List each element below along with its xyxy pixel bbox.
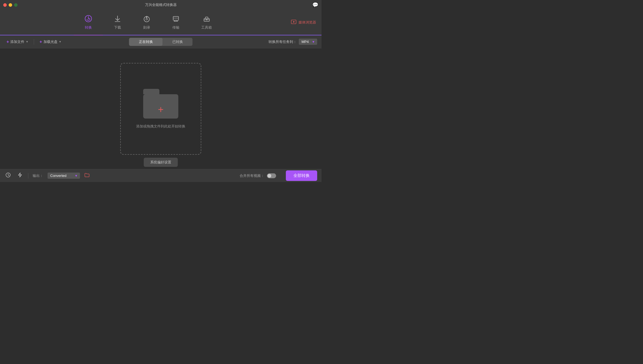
tab-converting[interactable]: 正在转换	[129, 38, 163, 46]
minimize-button[interactable]	[9, 3, 12, 7]
svg-marker-14	[293, 21, 295, 23]
main-area: + 添加或拖拽文件到此处开始转换	[0, 48, 322, 169]
output-label: 输出：	[33, 173, 43, 178]
toolbox-nav-label: 工具箱	[201, 25, 212, 30]
traffic-lights	[0, 3, 18, 7]
output-select-wrapper: Converted ▼	[48, 173, 80, 179]
add-disc-dropdown-arrow[interactable]: ▼	[59, 40, 62, 43]
toggle-knob	[267, 174, 271, 178]
convert-nav-icon	[85, 15, 92, 23]
nav-items: 转换 下载 刻录	[5, 13, 291, 32]
svg-rect-12	[206, 19, 207, 20]
tab-switcher: 正在转换 已转换	[129, 38, 193, 46]
svg-rect-4	[146, 16, 147, 18]
media-browser-button[interactable]: 媒体浏览器	[291, 20, 316, 25]
toolbox-nav-icon	[203, 15, 210, 23]
folder-body: +	[143, 94, 178, 119]
navbar: 转换 下载 刻录	[0, 10, 322, 35]
folder-icon: +	[143, 89, 178, 119]
merge-toggle[interactable]	[267, 173, 276, 178]
add-disc-button[interactable]: + 加载光盘 ▼	[37, 38, 63, 45]
open-folder-icon[interactable]	[84, 173, 90, 179]
download-nav-label: 下载	[114, 25, 121, 30]
merge-label: 合并所有视频：	[240, 173, 264, 178]
svg-marker-16	[18, 173, 22, 177]
convert-all-button[interactable]: 全部转换	[286, 170, 317, 181]
nav-item-burn[interactable]: 刻录	[132, 13, 161, 32]
folder-tab	[143, 89, 159, 94]
format-select[interactable]: MP4 MOV AVI MKV	[299, 39, 317, 45]
nav-item-transfer[interactable]: 传输	[161, 13, 190, 32]
drop-hint-text: 添加或拖拽文件到此处开始转换	[136, 124, 185, 129]
merge-section: 合并所有视频：	[240, 173, 276, 178]
add-file-plus-icon: +	[6, 39, 9, 44]
toolbar-divider-1	[34, 39, 34, 45]
format-label: 转换所有任务到：	[269, 39, 297, 44]
chat-icon[interactable]: 💬	[312, 2, 318, 8]
folder-plus-icon: +	[158, 104, 163, 115]
convert-nav-label: 转换	[85, 25, 92, 30]
drop-zone[interactable]: + 添加或拖拽文件到此处开始转换	[120, 63, 201, 155]
download-nav-icon	[114, 15, 121, 23]
tab-converting-label: 正在转换	[139, 40, 153, 44]
transfer-nav-icon	[172, 15, 180, 23]
tab-converted[interactable]: 已转换	[163, 38, 193, 46]
burn-nav-icon	[143, 15, 150, 23]
svg-point-3	[146, 18, 148, 20]
add-file-dropdown-arrow[interactable]: ▼	[26, 40, 28, 43]
transfer-nav-label: 传输	[172, 25, 179, 30]
app-title: 万兴全能格式转换器	[145, 2, 177, 7]
add-file-label: 添加文件	[10, 39, 24, 44]
bottom-bar: 输出： Converted ▼ 合并所有视频： 全部转换	[0, 169, 322, 182]
nav-item-toolbox[interactable]: 工具箱	[190, 13, 223, 32]
add-file-button[interactable]: + 添加文件 ▼	[4, 38, 31, 45]
maximize-button	[14, 3, 18, 7]
format-select-wrapper: MP4 MOV AVI MKV ▼	[299, 39, 317, 45]
media-browser-label: 媒体浏览器	[299, 20, 316, 25]
nav-item-convert[interactable]: 转换	[74, 13, 103, 32]
nav-item-download[interactable]: 下载	[103, 13, 132, 32]
clock-icon[interactable]	[4, 171, 12, 180]
tab-converted-label: 已转换	[172, 40, 183, 44]
bottom-divider	[28, 173, 28, 178]
convert-all-label: 全部转换	[293, 173, 310, 178]
format-selector: 转换所有任务到： MP4 MOV AVI MKV ▼	[269, 39, 317, 45]
toolbar: + 添加文件 ▼ + 加载光盘 ▼ 正在转换 已转换 转换所有任务到： MP4 …	[0, 35, 322, 48]
output-select[interactable]: Converted	[48, 173, 80, 179]
close-button[interactable]	[3, 3, 7, 7]
sys-pref-button[interactable]: 系统偏好设置	[144, 158, 178, 167]
sys-pref-label: 系统偏好设置	[150, 160, 171, 164]
svg-rect-5	[173, 16, 179, 20]
titlebar: 万兴全能格式转换器 💬	[0, 0, 322, 10]
burn-nav-label: 刻录	[143, 25, 150, 30]
add-disc-label: 加载光盘	[43, 39, 58, 44]
add-disc-plus-icon: +	[39, 39, 42, 44]
media-browser-icon	[291, 20, 296, 25]
flash-icon[interactable]	[16, 171, 24, 180]
